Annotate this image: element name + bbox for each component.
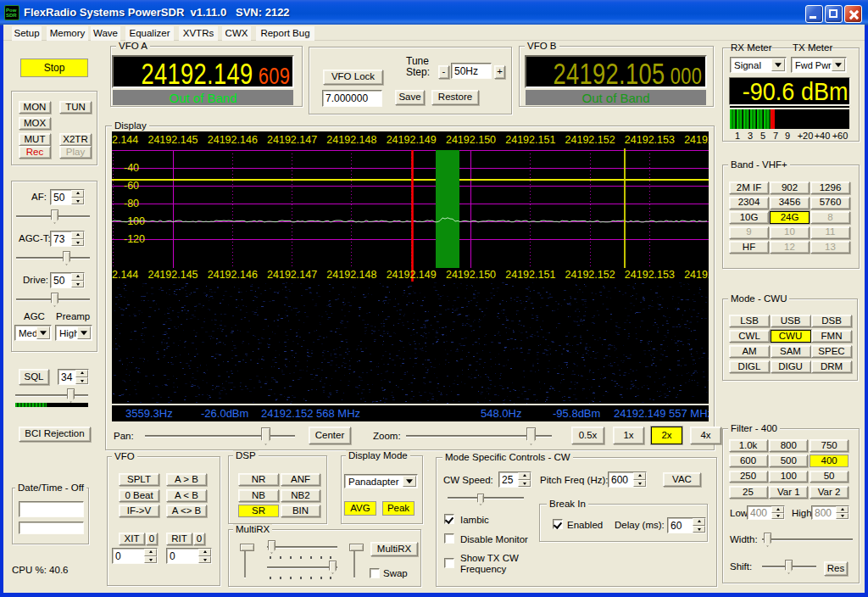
svg-text:24192.145: 24192.145: [147, 134, 198, 146]
svg-text:24192.147: 24192.147: [267, 269, 317, 281]
svg-text:24192.153: 24192.153: [625, 269, 675, 281]
svg-text:24192.152: 24192.152: [565, 269, 615, 281]
svg-text:-80: -80: [124, 198, 139, 209]
svg-text:24192.154: 24192.154: [684, 134, 709, 146]
svg-text:24192.146: 24192.146: [208, 269, 258, 281]
svg-text:-100: -100: [124, 215, 145, 227]
svg-text:24192.153: 24192.153: [625, 134, 675, 146]
svg-text:24192.144: 24192.144: [112, 134, 138, 146]
svg-text:24192.150: 24192.150: [446, 134, 496, 146]
svg-text:24192.147: 24192.147: [267, 134, 317, 146]
svg-text:24192.150: 24192.150: [446, 269, 496, 281]
svg-text:24192.149: 24192.149: [387, 134, 437, 146]
svg-text:-120: -120: [124, 233, 145, 245]
svg-text:24192.149: 24192.149: [387, 269, 437, 281]
svg-text:24192.151: 24192.151: [505, 134, 555, 146]
svg-text:24192.144: 24192.144: [112, 269, 138, 281]
svg-text:24192.145: 24192.145: [147, 269, 198, 281]
svg-text:24192.151: 24192.151: [505, 269, 555, 281]
svg-text:-40: -40: [124, 162, 139, 174]
svg-text:-60: -60: [124, 180, 139, 192]
svg-text:24192.148: 24192.148: [326, 134, 376, 146]
svg-text:24192.152: 24192.152: [565, 134, 615, 146]
svg-text:24192.148: 24192.148: [326, 269, 376, 281]
svg-text:24192.146: 24192.146: [208, 134, 258, 146]
svg-text:24192.154: 24192.154: [684, 269, 709, 281]
